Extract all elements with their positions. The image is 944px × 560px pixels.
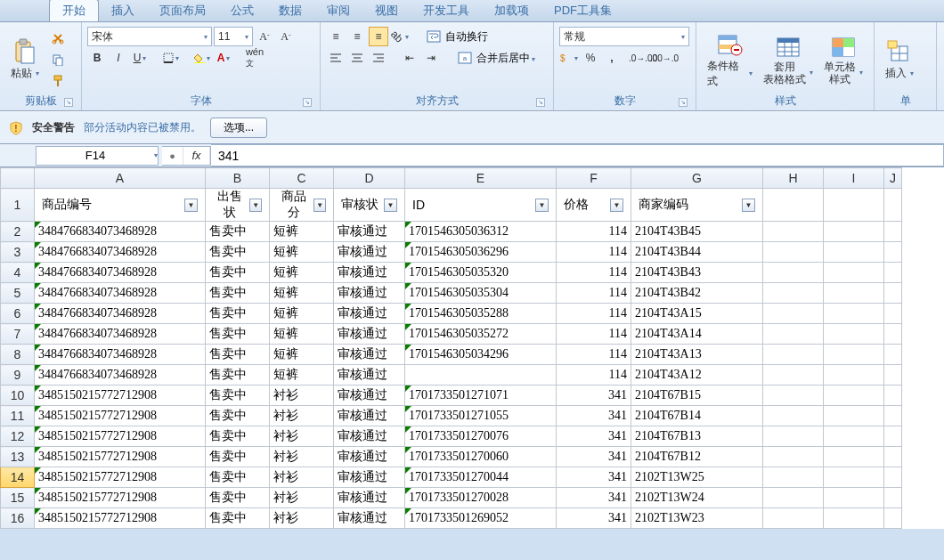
cell-B2[interactable]: 售卖中	[206, 222, 270, 242]
filter-button-A[interactable]: ▼	[184, 199, 198, 212]
font-dialog-launcher[interactable]: ↘	[303, 98, 312, 107]
cell-J9[interactable]	[884, 365, 902, 386]
cell-B10[interactable]: 售卖中	[206, 386, 270, 406]
column-header-B[interactable]: B	[206, 168, 270, 189]
column-header-E[interactable]: E	[405, 168, 557, 189]
cell-E2[interactable]: 1701546305036312	[405, 222, 557, 242]
cell-E5[interactable]: 1701546305035304	[405, 283, 557, 304]
table-row[interactable]: 93484766834073468928售卖中短裤审核通过1142104T43A…	[1, 365, 902, 386]
cell-A2[interactable]: 3484766834073468928	[35, 222, 206, 242]
cell-I8[interactable]	[824, 345, 884, 365]
column-header-A[interactable]: A	[35, 168, 206, 189]
orientation-button[interactable]: ab	[390, 27, 410, 46]
select-all-corner[interactable]	[1, 168, 35, 189]
cut-button[interactable]	[48, 28, 68, 48]
cell-B4[interactable]: 售卖中	[206, 263, 270, 283]
tab-视图[interactable]: 视图	[362, 0, 411, 21]
cell-F6[interactable]: 114	[557, 304, 631, 324]
filter-button-C[interactable]: ▼	[313, 199, 326, 212]
filter-button-B[interactable]: ▼	[249, 199, 262, 212]
table-row[interactable]: 83484766834073468928售卖中短裤审核通过17015463050…	[1, 345, 902, 365]
format-painter-button[interactable]	[48, 71, 68, 91]
column-header-I[interactable]: I	[824, 168, 884, 189]
cell-J14[interactable]	[884, 467, 902, 488]
cell-G15[interactable]: 2102T13W24	[631, 488, 763, 508]
row-header-2[interactable]: 2	[1, 222, 35, 242]
cell-H10[interactable]	[763, 386, 824, 406]
cell-A8[interactable]: 3484766834073468928	[35, 345, 206, 365]
decrease-font-button[interactable]: Aˇ	[276, 27, 296, 46]
row-header-14[interactable]: 14	[1, 467, 35, 488]
cell-E3[interactable]: 1701546305036296	[405, 242, 557, 263]
cell-I5[interactable]	[824, 283, 884, 304]
cell-F2[interactable]: 114	[557, 222, 631, 242]
cell-C14[interactable]: 衬衫	[270, 467, 334, 488]
paste-button[interactable]: 粘贴	[5, 36, 45, 83]
copy-button[interactable]	[48, 50, 68, 69]
column-header-G[interactable]: G	[631, 168, 763, 189]
cell-F4[interactable]: 114	[557, 263, 631, 283]
cell-G9[interactable]: 2104T43A12	[631, 365, 763, 386]
column-header-D[interactable]: D	[334, 168, 405, 189]
cell-E16[interactable]: 1701733501269052	[405, 508, 557, 529]
align-middle-button[interactable]: ≡	[347, 27, 367, 46]
cell-D10[interactable]: 审核通过	[334, 386, 405, 406]
cell-J8[interactable]	[884, 345, 902, 365]
accounting-format-button[interactable]: $	[559, 48, 579, 68]
cell-A5[interactable]: 3484766834073468928	[35, 283, 206, 304]
tab-开发工具[interactable]: 开发工具	[411, 0, 482, 21]
cell-D12[interactable]: 审核通过	[334, 426, 405, 447]
table-row[interactable]: 63484766834073468928售卖中短裤审核通过17015463050…	[1, 304, 902, 324]
cell-G3[interactable]: 2104T43B44	[631, 242, 763, 263]
cell-I15[interactable]	[824, 488, 884, 508]
font-name-combo[interactable]: 宋体▾	[87, 27, 212, 46]
cell-J16[interactable]	[884, 508, 902, 529]
cell-D16[interactable]: 审核通过	[334, 508, 405, 529]
clipboard-dialog-launcher[interactable]: ↘	[64, 98, 73, 107]
cell-E15[interactable]: 1701733501270028	[405, 488, 557, 508]
cell-F12[interactable]: 341	[557, 426, 631, 447]
row-header-6[interactable]: 6	[1, 304, 35, 324]
cell-H14[interactable]	[763, 467, 824, 488]
fill-color-button[interactable]	[192, 48, 212, 68]
cell-F5[interactable]: 114	[557, 283, 631, 304]
table-row[interactable]: 33484766834073468928售卖中短裤审核通过17015463050…	[1, 242, 902, 263]
row-header-16[interactable]: 16	[1, 508, 35, 529]
cell-J11[interactable]	[884, 406, 902, 426]
tab-开始[interactable]: 开始	[49, 0, 99, 21]
column-header-J[interactable]: J	[884, 168, 902, 189]
cell-F3[interactable]: 114	[557, 242, 631, 263]
table-row[interactable]: 133485150215772712908售卖中衬衫审核通过1701733501…	[1, 447, 902, 467]
align-center-button[interactable]	[347, 48, 367, 68]
filter-button-F[interactable]: ▼	[610, 199, 623, 212]
increase-font-button[interactable]: Aˆ	[255, 27, 274, 46]
phonetic-button[interactable]: wén文	[245, 48, 264, 68]
cell-B16[interactable]: 售卖中	[206, 508, 270, 529]
cell-F14[interactable]: 341	[557, 467, 631, 488]
cell-B7[interactable]: 售卖中	[206, 324, 270, 345]
cell-H2[interactable]	[763, 222, 824, 242]
cell-C2[interactable]: 短裤	[270, 222, 334, 242]
cell-H3[interactable]	[763, 242, 824, 263]
cell-G2[interactable]: 2104T43B45	[631, 222, 763, 242]
cell-H4[interactable]	[763, 263, 824, 283]
row-header-3[interactable]: 3	[1, 242, 35, 263]
cell-I9[interactable]	[824, 365, 884, 386]
cell-I11[interactable]	[824, 406, 884, 426]
cell-E4[interactable]: 1701546305035320	[405, 263, 557, 283]
cell-D8[interactable]: 审核通过	[334, 345, 405, 365]
cancel-formula-button[interactable]: ●	[162, 147, 183, 165]
cell-G8[interactable]: 2104T43A13	[631, 345, 763, 365]
cell-G5[interactable]: 2104T43B42	[631, 283, 763, 304]
table-row[interactable]: 23484766834073468928售卖中短裤审核通过17015463050…	[1, 222, 902, 242]
cell-D9[interactable]: 审核通过	[334, 365, 405, 386]
cell-C5[interactable]: 短裤	[270, 283, 334, 304]
cell-C10[interactable]: 衬衫	[270, 386, 334, 406]
cell-J5[interactable]	[884, 283, 902, 304]
cell-G14[interactable]: 2102T13W25	[631, 467, 763, 488]
cell-I4[interactable]	[824, 263, 884, 283]
format-as-table-button[interactable]: 套用 表格格式	[758, 31, 818, 86]
cell-A7[interactable]: 3484766834073468928	[35, 324, 206, 345]
row-header-1[interactable]: 1	[1, 189, 35, 222]
table-row[interactable]: 53484766834073468928售卖中短裤审核通过17015463050…	[1, 283, 902, 304]
